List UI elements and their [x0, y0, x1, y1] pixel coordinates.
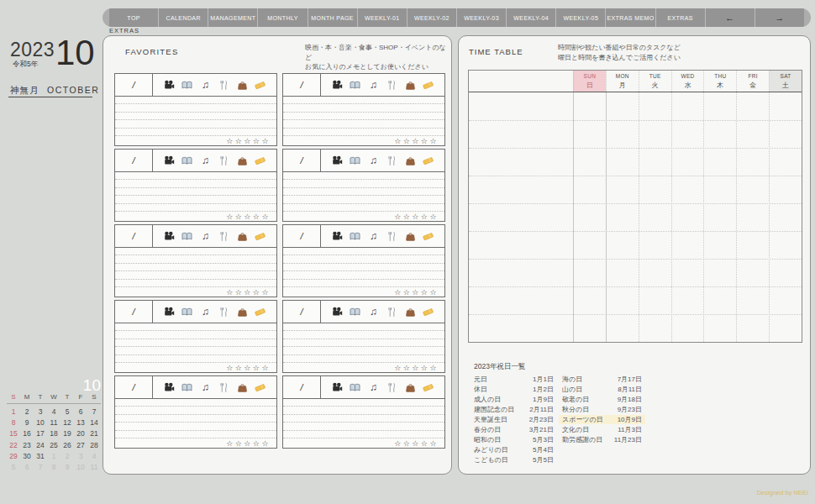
ruled-line — [283, 188, 444, 196]
mini-cal-date[interactable]: 8 — [7, 417, 20, 428]
favorite-card[interactable]: /♫☆☆☆☆☆ — [282, 149, 445, 222]
favorite-rating-stars[interactable]: ☆☆☆☆☆ — [226, 137, 271, 145]
mini-cal-date[interactable]: 22 — [7, 440, 20, 451]
favorite-note-area[interactable] — [283, 323, 444, 363]
nav-tab-top[interactable]: TOP — [109, 8, 158, 27]
open-book-icon — [181, 155, 192, 166]
mini-cal-date[interactable]: 28 — [87, 440, 101, 451]
mini-cal-date[interactable]: 14 — [87, 417, 101, 428]
mini-cal-date[interactable]: 16 — [20, 428, 34, 439]
ticket-icon — [423, 307, 434, 318]
favorite-note-area[interactable] — [283, 172, 444, 212]
favorite-date-cell[interactable]: / — [115, 74, 153, 96]
nav-tab-monthly[interactable]: MONTHLY — [257, 8, 307, 27]
mini-cal-date[interactable]: 12 — [60, 417, 74, 428]
favorite-date-cell[interactable]: / — [283, 301, 321, 323]
next-page-arrow[interactable]: → — [755, 8, 804, 27]
mini-cal-date[interactable]: 4 — [47, 407, 60, 417]
nav-tab-weekly-01[interactable]: WEEKLY-01 — [357, 8, 407, 27]
holiday-row: 勤労感謝の日11月23日 — [562, 434, 642, 444]
mini-cal-date[interactable]: 31 — [34, 451, 47, 462]
nav-tab-calendar[interactable]: CALENDAR — [158, 8, 208, 27]
favorite-card[interactable]: /♫☆☆☆☆☆ — [282, 375, 445, 449]
mini-cal-date[interactable]: 10 — [34, 417, 47, 428]
favorite-date-cell[interactable]: / — [115, 301, 153, 323]
favorite-note-area[interactable] — [283, 248, 444, 287]
mini-cal-date[interactable]: 25 — [47, 440, 60, 451]
favorite-note-area[interactable] — [115, 248, 276, 287]
favorite-rating-stars[interactable]: ☆☆☆☆☆ — [394, 137, 439, 145]
favorite-date-cell[interactable]: / — [283, 74, 321, 96]
holiday-date: 10月9日 — [618, 415, 642, 424]
favorite-rating-stars[interactable]: ☆☆☆☆☆ — [226, 213, 271, 221]
favorite-rating-stars[interactable]: ☆☆☆☆☆ — [226, 364, 271, 372]
mini-cal-date[interactable]: 1 — [7, 407, 20, 417]
handbag-icon — [237, 80, 248, 91]
favorite-date-cell[interactable]: / — [115, 150, 153, 171]
favorite-note-area[interactable] — [115, 323, 276, 363]
mini-cal-date[interactable]: 21 — [87, 428, 101, 439]
ruled-line — [115, 347, 276, 354]
favorite-card[interactable]: /♫☆☆☆☆☆ — [282, 300, 445, 373]
holiday-name: 休日 — [474, 385, 487, 394]
favorite-rating-stars[interactable]: ☆☆☆☆☆ — [394, 288, 439, 297]
ruled-line — [283, 104, 444, 112]
favorite-card[interactable]: /♫☆☆☆☆☆ — [282, 224, 445, 297]
mini-cal-date[interactable]: 9 — [20, 417, 34, 428]
timetable-body[interactable] — [469, 92, 802, 342]
favorite-date-cell[interactable]: / — [115, 225, 153, 247]
mini-cal-date[interactable]: 2 — [20, 407, 34, 417]
favorite-note-area[interactable] — [115, 399, 276, 438]
mini-cal-date[interactable]: 20 — [74, 428, 87, 439]
nav-tab-weekly-02[interactable]: WEEKLY-02 — [407, 8, 456, 27]
favorite-card[interactable]: /♫☆☆☆☆☆ — [114, 224, 277, 297]
prev-page-arrow[interactable]: ← — [705, 8, 755, 27]
mini-cal-date[interactable]: 18 — [47, 428, 60, 439]
mini-cal-date[interactable]: 5 — [60, 407, 74, 417]
nav-tab-extras-memo[interactable]: EXTRAS MEMO — [605, 8, 655, 27]
mini-cal-date[interactable]: 26 — [60, 440, 74, 451]
day-kanji: 日 — [586, 81, 593, 90]
favorite-note-area[interactable] — [115, 97, 276, 136]
favorite-rating-stars[interactable]: ☆☆☆☆☆ — [394, 439, 439, 448]
favorite-card[interactable]: /♫☆☆☆☆☆ — [114, 300, 277, 373]
favorites-cards: /♫☆☆☆☆☆/♫☆☆☆☆☆/♫☆☆☆☆☆/♫☆☆☆☆☆/♫☆☆☆☆☆/♫☆☆☆… — [114, 73, 445, 449]
mini-cal-date[interactable]: 24 — [34, 440, 47, 451]
mini-cal-date[interactable]: 13 — [74, 417, 87, 428]
mini-cal-date: 3 — [74, 451, 87, 462]
mini-cal-day-header: T — [34, 393, 47, 401]
favorite-note-area[interactable] — [115, 172, 276, 212]
mini-cal-date[interactable]: 30 — [20, 451, 34, 462]
favorite-rating-stars[interactable]: ☆☆☆☆☆ — [226, 439, 271, 448]
mini-cal-date[interactable]: 27 — [74, 440, 87, 451]
mini-cal-date[interactable]: 7 — [87, 407, 101, 417]
favorite-card[interactable]: /♫☆☆☆☆☆ — [282, 73, 445, 146]
mini-cal-date[interactable]: 6 — [74, 407, 87, 417]
nav-tab-extras[interactable]: EXTRAS — [655, 8, 705, 27]
favorite-date-cell[interactable]: / — [115, 376, 153, 398]
mini-cal-date[interactable]: 29 — [7, 451, 20, 462]
favorite-date-cell[interactable]: / — [283, 376, 321, 398]
favorite-date-cell[interactable]: / — [283, 150, 321, 171]
mini-cal-date[interactable]: 23 — [20, 440, 34, 451]
favorite-card[interactable]: /♫☆☆☆☆☆ — [114, 375, 277, 449]
nav-tab-management[interactable]: MANAGEMENT — [208, 8, 257, 27]
favorite-rating-stars[interactable]: ☆☆☆☆☆ — [394, 213, 439, 221]
mini-cal-date[interactable]: 11 — [47, 417, 60, 428]
mini-cal-date[interactable]: 3 — [34, 407, 47, 417]
nav-tab-month-page[interactable]: MONTH PAGE — [308, 8, 357, 27]
nav-tab-weekly-04[interactable]: WEEKLY-04 — [506, 8, 555, 27]
favorite-card[interactable]: /♫☆☆☆☆☆ — [114, 73, 277, 146]
favorite-rating-stars[interactable]: ☆☆☆☆☆ — [394, 364, 439, 372]
favorite-note-area[interactable] — [283, 399, 444, 438]
open-book-icon — [181, 382, 192, 393]
favorite-date-cell[interactable]: / — [283, 225, 321, 247]
nav-tab-weekly-05[interactable]: WEEKLY-05 — [555, 8, 605, 27]
nav-tab-weekly-03[interactable]: WEEKLY-03 — [456, 8, 506, 27]
mini-cal-date[interactable]: 19 — [60, 428, 74, 439]
favorite-rating-stars[interactable]: ☆☆☆☆☆ — [226, 288, 271, 297]
mini-cal-date[interactable]: 17 — [34, 428, 47, 439]
favorite-note-area[interactable] — [283, 97, 444, 136]
mini-cal-date[interactable]: 15 — [7, 428, 20, 439]
favorite-card[interactable]: /♫☆☆☆☆☆ — [114, 149, 277, 222]
